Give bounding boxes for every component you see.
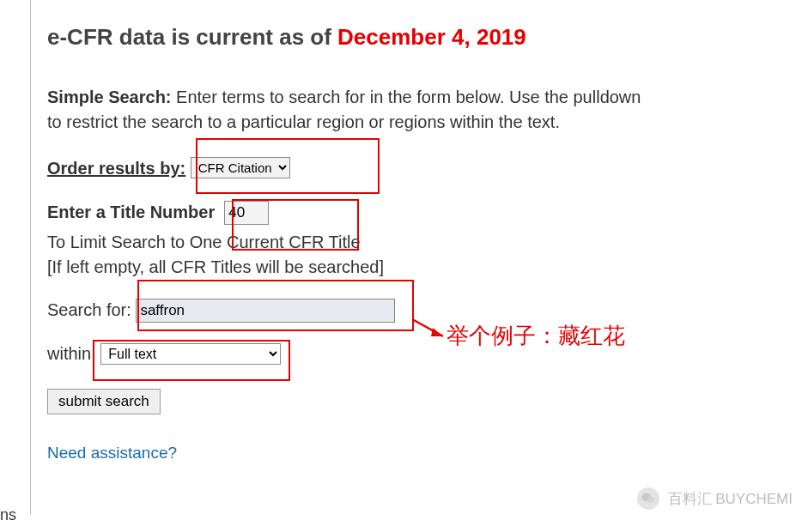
search-for-input[interactable] — [136, 299, 395, 323]
title-number-hint: To Limit Search to One Current CFR Title… — [47, 230, 648, 280]
need-assistance-link[interactable]: Need assistance? — [47, 444, 177, 462]
currency-statement: e-CFR data is current as of December 4, … — [47, 24, 648, 51]
svg-point-3 — [647, 497, 654, 504]
within-label: within: — [47, 344, 96, 363]
title-number-input[interactable] — [224, 201, 269, 225]
within-select[interactable]: Full text — [100, 343, 281, 365]
title-hint-line2: [If left empty, all CFR Titles will be s… — [47, 255, 648, 280]
title-number-row: Enter a Title Number — [47, 201, 648, 225]
title-number-label: Enter a Title Number — [47, 203, 215, 221]
order-results-select[interactable]: CFR Citation — [191, 157, 290, 178]
order-row: Order results by: CFR Citation — [47, 157, 648, 178]
submit-search-button[interactable]: submit search — [47, 389, 161, 414]
search-for-label: Search for: — [47, 300, 131, 319]
currency-date: December 4, 2019 — [337, 24, 526, 50]
vertical-divider — [30, 0, 31, 515]
main-content: e-CFR data is current as of December 4, … — [47, 24, 648, 462]
search-for-row: Search for: — [47, 299, 648, 323]
intro-paragraph: Simple Search: Enter terms to search for… — [47, 85, 648, 135]
watermark-text: 百料汇 BUYCHEMI — [668, 489, 793, 509]
wechat-icon — [637, 487, 659, 510]
title-hint-line1: To Limit Search to One Current CFR Title — [47, 230, 648, 255]
cut-off-text: ns — [0, 506, 16, 524]
currency-prefix: e-CFR data is current as of — [47, 24, 337, 50]
order-label: Order results by: — [47, 159, 185, 178]
intro-label: Simple Search: — [47, 88, 172, 106]
annotation-example-text: 举个例子：藏红花 — [447, 321, 625, 351]
watermark: 百料汇 BUYCHEMI — [637, 487, 793, 510]
